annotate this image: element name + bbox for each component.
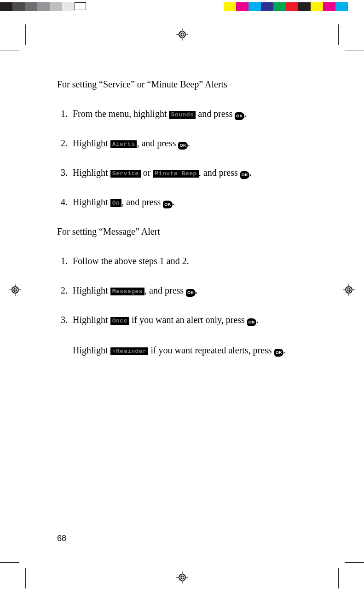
grayscale-swatches bbox=[0, 2, 86, 13]
step-b2: Highlight Messages, and press OK. bbox=[70, 283, 315, 297]
text: or bbox=[141, 167, 153, 178]
crop-mark bbox=[25, 24, 26, 45]
menu-label-alerts: Alerts bbox=[110, 140, 137, 148]
registration-mark-icon bbox=[9, 284, 21, 296]
menu-label-messages: Messages bbox=[110, 288, 144, 295]
text: From the menu, highlight bbox=[73, 109, 169, 119]
section-heading-service-minute: For setting “Service” or “Minute Beep” A… bbox=[57, 78, 315, 90]
text: , and press bbox=[137, 138, 178, 148]
text: Highlight bbox=[73, 167, 110, 178]
text: if you want repeated alerts, press bbox=[148, 345, 274, 355]
crop-mark bbox=[345, 51, 364, 51]
section-heading-message: For setting “Message” Alert bbox=[57, 225, 315, 237]
steps-list-a: From the menu, highlight Sounds and pres… bbox=[57, 107, 315, 209]
crop-mark bbox=[0, 51, 19, 51]
page-content: For setting “Service” or “Minute Beep” A… bbox=[57, 78, 315, 373]
text: Highlight bbox=[73, 138, 110, 148]
step-a3: Highlight Service or Minute Beep, and pr… bbox=[70, 166, 315, 179]
text: Highlight bbox=[73, 345, 110, 355]
crop-mark bbox=[338, 24, 339, 45]
text: and press bbox=[196, 109, 235, 119]
ok-button-icon: OK bbox=[178, 142, 188, 150]
crop-mark bbox=[25, 568, 26, 588]
crop-mark bbox=[0, 562, 19, 563]
crop-mark bbox=[345, 562, 364, 563]
print-calibration-strip bbox=[0, 2, 364, 11]
registration-mark-icon bbox=[176, 571, 188, 583]
text: if you want an alert only, press bbox=[129, 315, 247, 325]
page-number: 68 bbox=[57, 534, 66, 543]
registration-mark-icon bbox=[176, 29, 188, 40]
text: , and press bbox=[121, 197, 163, 207]
ok-button-icon: OK bbox=[235, 112, 244, 120]
menu-label-on: On bbox=[110, 199, 122, 207]
step-a1: From the menu, highlight Sounds and pres… bbox=[70, 107, 315, 121]
menu-label-service: Service bbox=[110, 170, 141, 178]
step-a2: Highlight Alerts, and press OK. bbox=[70, 136, 315, 150]
steps-list-b: Follow the above steps 1 and 2. Highligh… bbox=[57, 254, 315, 327]
menu-label-reminder: +Reminder bbox=[110, 347, 149, 355]
ok-button-icon: OK bbox=[186, 289, 196, 297]
step-b3: Highlight Once if you want an alert only… bbox=[70, 313, 315, 327]
registration-mark-icon bbox=[343, 284, 355, 296]
menu-label-once: Once bbox=[110, 317, 129, 325]
ok-button-icon: OK bbox=[240, 171, 250, 179]
step-b1: Follow the above steps 1 and 2. bbox=[70, 254, 315, 268]
crop-mark bbox=[338, 568, 339, 588]
color-swatches bbox=[224, 2, 348, 13]
ok-button-icon: OK bbox=[163, 201, 173, 208]
text: Highlight bbox=[73, 315, 110, 325]
ok-button-icon: OK bbox=[274, 349, 284, 357]
step-b3-continued: Highlight +Reminder if you want repeated… bbox=[73, 343, 315, 357]
menu-label-minute-beep: Minute Beep bbox=[153, 170, 198, 178]
text: , and press bbox=[199, 167, 240, 178]
ok-button-icon: OK bbox=[247, 318, 257, 326]
step-a4: Highlight On, and press OK. bbox=[70, 195, 315, 209]
text: Highlight bbox=[73, 285, 110, 295]
text: Highlight bbox=[73, 197, 110, 207]
text: , and press bbox=[144, 285, 186, 295]
menu-label-sounds: Sounds bbox=[169, 111, 196, 119]
